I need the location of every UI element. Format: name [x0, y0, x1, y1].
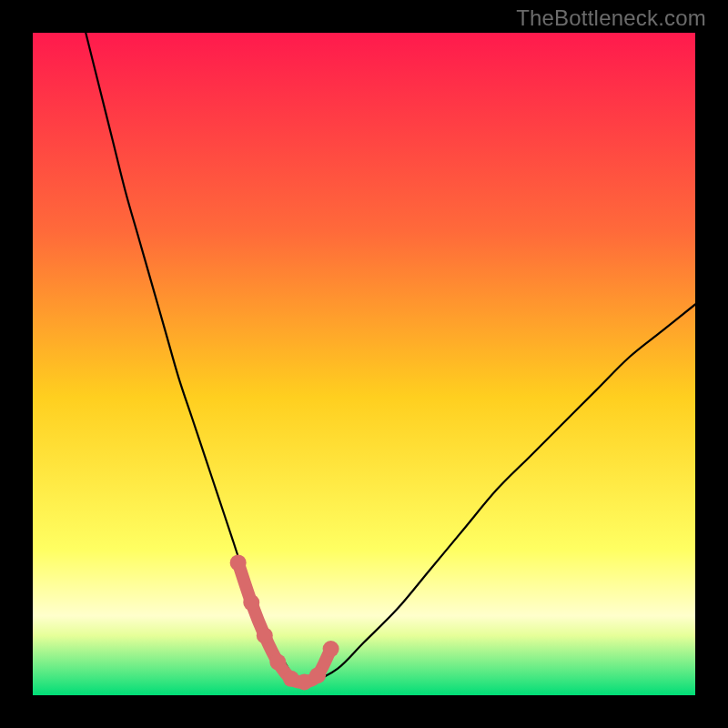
plot-area — [33, 33, 695, 695]
svg-point-3 — [257, 627, 273, 643]
svg-point-8 — [323, 641, 339, 657]
svg-point-2 — [243, 594, 259, 611]
watermark-text: TheBottleneck.com — [516, 5, 706, 31]
bottleneck-curve — [33, 33, 695, 695]
svg-point-4 — [269, 654, 286, 671]
chart-container: { "watermark": "TheBottleneck.com", "col… — [0, 0, 728, 728]
svg-point-7 — [309, 667, 326, 683]
svg-point-1 — [230, 554, 247, 571]
